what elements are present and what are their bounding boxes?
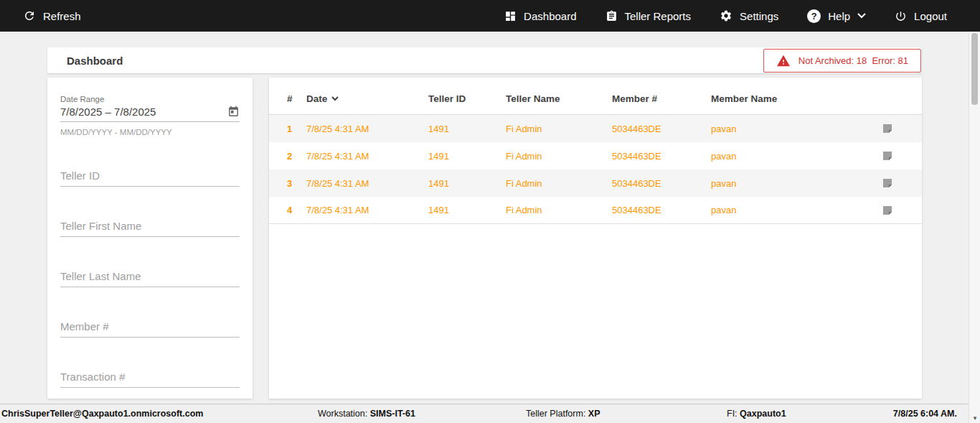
nav-settings-label: Settings bbox=[740, 10, 778, 22]
teller-id-input[interactable] bbox=[60, 165, 240, 187]
cell-member: 5034463DE bbox=[612, 151, 711, 162]
cell-member-name: pavan bbox=[711, 151, 879, 162]
cell-teller-id: 1491 bbox=[428, 151, 506, 162]
dashboard-icon bbox=[504, 10, 517, 22]
nav-teller-reports-label: Teller Reports bbox=[625, 10, 692, 22]
status-user: ChrisSuperTeller@Qaxpauto1.onmicrosoft.c… bbox=[1, 409, 203, 419]
cell-member: 5034463DE bbox=[612, 178, 711, 189]
teller-last-name-input[interactable] bbox=[60, 266, 240, 287]
col-num: # bbox=[287, 93, 306, 104]
cell-teller-id: 1491 bbox=[428, 124, 506, 134]
warning-icon bbox=[776, 54, 791, 67]
col-date-sort[interactable]: Date bbox=[306, 93, 428, 104]
note-icon[interactable] bbox=[879, 177, 922, 189]
cell-num: 4 bbox=[287, 205, 306, 215]
cell-teller-name: Fi Admin bbox=[506, 151, 612, 162]
col-teller-id: Teller ID bbox=[428, 93, 506, 104]
col-member: Member # bbox=[612, 93, 711, 104]
table-header-row: # Date Teller ID Teller Name Member # Me… bbox=[269, 83, 922, 115]
status-fi: FI: Qaxpauto1 bbox=[727, 409, 786, 419]
cell-teller-id: 1491 bbox=[428, 178, 506, 189]
status-workstation: Workstation: SIMS-IT-61 bbox=[318, 409, 415, 419]
archive-error-badge: Not Archived: 18 Error: 81 bbox=[763, 49, 921, 73]
table-row[interactable]: 2 7/8/25 4:31 AM 1491 Fi Admin 5034463DE… bbox=[269, 142, 922, 169]
cell-member: 5034463DE bbox=[612, 124, 711, 134]
report-icon bbox=[606, 10, 618, 22]
teller-first-name-input[interactable] bbox=[60, 215, 240, 237]
scrollbar-down-arrow[interactable]: ▾ bbox=[969, 414, 980, 422]
status-bar: ChrisSuperTeller@Qaxpauto1.onmicrosoft.c… bbox=[0, 404, 969, 423]
refresh-label: Refresh bbox=[43, 10, 81, 22]
cell-teller-name: Fi Admin bbox=[506, 178, 612, 189]
cell-date: 7/8/25 4:31 AM bbox=[306, 178, 428, 189]
power-icon bbox=[895, 10, 907, 22]
refresh-button[interactable]: Refresh bbox=[23, 9, 81, 22]
cell-num: 1 bbox=[287, 124, 306, 134]
cell-date: 7/8/25 4:31 AM bbox=[306, 124, 428, 134]
page-title: Dashboard bbox=[67, 55, 123, 67]
date-range-field[interactable] bbox=[60, 106, 240, 122]
gear-icon bbox=[720, 9, 732, 22]
transactions-table: # Date Teller ID Teller Name Member # Me… bbox=[269, 78, 922, 399]
col-teller-name: Teller Name bbox=[506, 93, 612, 104]
scrollbar-thumb[interactable] bbox=[971, 33, 978, 105]
table-row[interactable]: 1 7/8/25 4:31 AM 1491 Fi Admin 5034463DE… bbox=[269, 115, 922, 142]
col-member-name: Member Name bbox=[711, 93, 879, 104]
cell-teller-id: 1491 bbox=[428, 205, 506, 215]
date-range-label: Date Range bbox=[60, 95, 240, 103]
cell-member: 5034463DE bbox=[612, 205, 711, 215]
status-time: 7/8/25 6:04 AM. bbox=[893, 409, 957, 419]
cell-member-name: pavan bbox=[711, 124, 879, 134]
nav-dashboard[interactable]: Dashboard bbox=[504, 10, 576, 22]
archive-error-text: Not Archived: 18 Error: 81 bbox=[798, 55, 908, 66]
nav-help[interactable]: ? Help bbox=[807, 9, 866, 23]
nav-dashboard-label: Dashboard bbox=[524, 10, 576, 22]
page-header: Dashboard Not Archived: 18 Error: 81 bbox=[47, 47, 922, 73]
nav-teller-reports[interactable]: Teller Reports bbox=[606, 10, 692, 22]
note-icon[interactable] bbox=[879, 123, 922, 134]
status-platform: Teller Platform: XP bbox=[526, 409, 600, 419]
cell-date: 7/8/25 4:31 AM bbox=[306, 151, 428, 162]
chevron-down-icon bbox=[857, 13, 866, 19]
date-range-input[interactable] bbox=[60, 106, 227, 118]
table-row[interactable]: 3 7/8/25 4:31 AM 1491 Fi Admin 5034463DE… bbox=[269, 169, 922, 197]
cell-date: 7/8/25 4:31 AM bbox=[306, 205, 428, 215]
nav-logout[interactable]: Logout bbox=[895, 10, 947, 22]
nav-settings[interactable]: Settings bbox=[720, 9, 778, 22]
cell-num: 3 bbox=[287, 178, 306, 189]
note-icon[interactable] bbox=[879, 150, 922, 162]
calendar-icon[interactable] bbox=[227, 106, 240, 118]
sort-desc-icon bbox=[331, 96, 339, 101]
filter-sidebar: Date Range MM/DD/YYYY - MM/DD/YYYY Trans… bbox=[47, 78, 253, 399]
transaction-number-input[interactable] bbox=[60, 366, 240, 388]
help-icon: ? bbox=[807, 9, 821, 23]
topbar-nav: Dashboard Teller Reports Settings ? Help bbox=[504, 9, 947, 23]
col-date-label: Date bbox=[306, 93, 327, 104]
top-navigation-bar: Refresh Dashboard Teller Reports Setting… bbox=[0, 0, 980, 32]
nav-logout-label: Logout bbox=[914, 10, 947, 22]
nav-help-label: Help bbox=[828, 10, 850, 22]
refresh-icon bbox=[23, 9, 36, 22]
cell-teller-name: Fi Admin bbox=[506, 205, 612, 215]
cell-teller-name: Fi Admin bbox=[506, 124, 612, 134]
cell-member-name: pavan bbox=[711, 178, 879, 189]
vertical-scrollbar[interactable]: ▾ bbox=[969, 32, 980, 423]
member-number-input[interactable] bbox=[60, 316, 240, 338]
note-icon[interactable] bbox=[879, 205, 922, 216]
table-row[interactable]: 4 7/8/25 4:31 AM 1491 Fi Admin 5034463DE… bbox=[269, 197, 922, 224]
cell-member-name: pavan bbox=[711, 205, 879, 215]
cell-num: 2 bbox=[287, 151, 306, 162]
date-format-hint: MM/DD/YYYY - MM/DD/YYYY bbox=[60, 128, 240, 136]
